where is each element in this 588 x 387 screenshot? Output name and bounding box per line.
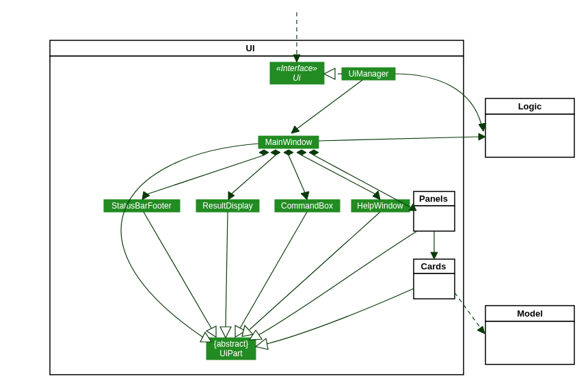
svg-rect-3 [485,114,574,157]
node-mainwindow: MainWindow [258,136,319,148]
node-statusbarfooter: StatusBarFooter [104,200,180,212]
package-model: Model [485,306,574,364]
uml-diagram: UI Logic Panels Cards Model «Interface» … [0,0,588,387]
package-logic: Logic [485,98,574,157]
svg-rect-9 [485,321,574,364]
svg-marker-26 [479,133,485,140]
node-mainwindow-name: MainWindow [265,137,312,147]
node-uipart-stereotype: {abstract} [214,339,249,349]
svg-rect-0 [50,40,464,56]
node-uimanager: UiManager [342,68,395,80]
node-commandbox: CommandBox [275,200,340,212]
edge-external-ui [293,12,300,62]
node-uipart: {abstract} UiPart [206,338,256,360]
package-ui-label: UI [246,43,255,53]
svg-rect-5 [414,206,455,231]
svg-rect-1 [50,56,464,375]
node-resultdisplay: ResultDisplay [196,200,259,212]
node-helpwindow-name: HelpWindow [357,201,403,211]
node-resultdisplay-name: ResultDisplay [202,201,252,211]
node-statusbarfooter-name: StatusBarFooter [111,201,171,211]
node-uimanager-name: UiManager [349,69,389,79]
node-ui-interface: «Interface» Ui [270,62,324,84]
node-uipart-name: UiPart [219,349,243,358]
package-logic-label: Logic [518,101,542,111]
node-helpwindow: HelpWindow [351,200,410,212]
package-model-label: Model [517,308,543,319]
node-ui-interface-name: Ui [293,73,301,83]
svg-marker-45 [477,326,485,334]
node-commandbox-name: CommandBox [281,201,333,211]
package-cards: Cards [414,259,455,299]
node-ui-interface-stereotype: «Interface» [276,64,317,73]
svg-rect-7 [414,273,455,299]
package-panels: Panels [414,191,455,231]
package-panels-label: Panels [419,194,448,204]
package-cards-label: Cards [421,261,446,271]
